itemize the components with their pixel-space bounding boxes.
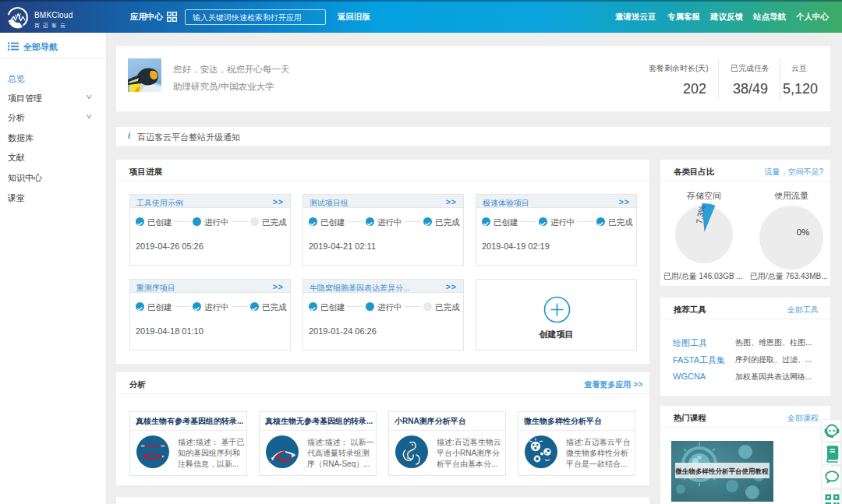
svg-text:0%: 0% <box>797 227 810 237</box>
svg-text:微生物多样性分析平台使用教程: 微生物多样性分析平台使用教程 <box>675 467 769 475</box>
